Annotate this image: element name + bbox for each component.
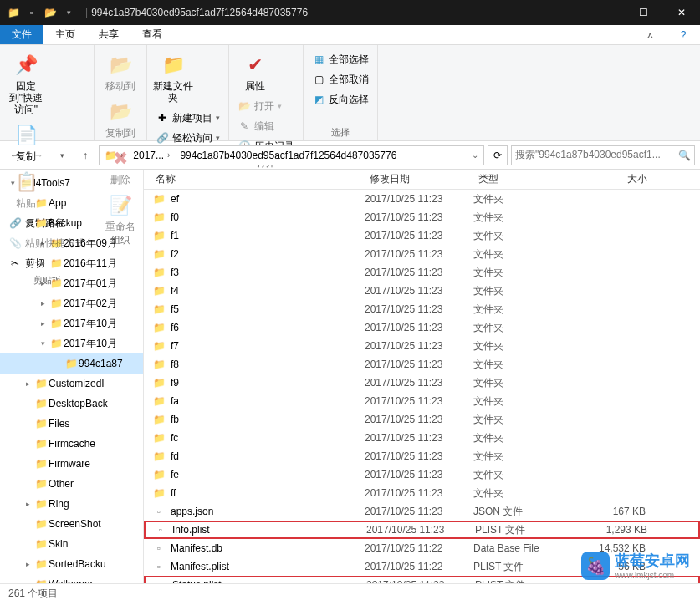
select-none-button[interactable]: ▢全部取消 (309, 70, 372, 89)
file-row[interactable]: 📁f52017/10/25 11:23文件夹 (144, 300, 700, 318)
invert-selection-button[interactable]: ◩反向选择 (309, 90, 372, 109)
tree-twisty-icon[interactable]: ▸ (37, 299, 49, 308)
qat-open-icon[interactable]: 📂 (43, 6, 57, 19)
file-row[interactable]: ▫apps.json2017/10/25 11:23JSON 文件167 KB (144, 502, 700, 521)
col-size[interactable]: 大小 (569, 172, 652, 186)
file-row[interactable]: 📁f02017/10/25 11:23文件夹 (144, 208, 700, 226)
tree-twisty-icon[interactable]: ▸ (22, 379, 33, 388)
file-row[interactable]: 📁f62017/10/25 11:23文件夹 (144, 318, 700, 337)
paste-shortcut-button[interactable]: 📎粘贴快捷方式 (5, 234, 89, 252)
col-type[interactable]: 类型 (473, 172, 569, 186)
file-row[interactable]: 📁f92017/10/25 11:23文件夹 (144, 374, 700, 392)
pin-button[interactable]: 📌固定到"快速访问" (5, 48, 47, 115)
minimize-button[interactable]: ─ (587, 0, 625, 25)
tree-item[interactable]: 📁Skin (0, 534, 143, 554)
copy-to-button[interactable]: 📂复制到 (100, 95, 141, 139)
file-row[interactable]: 📁fc2017/10/25 11:23文件夹 (144, 429, 700, 447)
paste-button[interactable]: 📋粘贴 (5, 165, 47, 209)
file-row[interactable]: 📁fb2017/10/25 11:23文件夹 (144, 410, 700, 429)
file-row[interactable]: 📁f32017/10/25 11:23文件夹 (144, 263, 700, 282)
file-row[interactable]: 📁ff2017/10/25 11:23文件夹 (144, 484, 700, 502)
tree-twisty-icon[interactable]: ▾ (22, 219, 33, 227)
tab-view[interactable]: 查看 (130, 25, 174, 44)
new-item-button[interactable]: ✚新建项目▾ (152, 109, 223, 127)
file-row[interactable]: 📁f72017/10/25 11:23文件夹 (144, 337, 700, 355)
tree-item[interactable]: 📁Other (0, 474, 143, 494)
move-to-button[interactable]: 📂移动到 (100, 48, 141, 92)
copyto-icon: 📂 (107, 99, 134, 125)
properties-button[interactable]: ✔属性 (234, 48, 276, 92)
column-header[interactable]: 名称 修改日期 类型 大小 (144, 170, 700, 190)
tab-file[interactable]: 文件 (0, 25, 43, 44)
folder-icon: 📁 (49, 338, 64, 349)
tree-item[interactable]: ▸📁2016年11月 (0, 253, 143, 273)
file-row[interactable]: 📁fd2017/10/25 11:23文件夹 (144, 447, 700, 465)
tree-item[interactable]: ▸📁2017年02月 (0, 293, 143, 313)
file-date: 2017/10/25 11:23 (365, 322, 473, 333)
tree-item[interactable]: 📁Firmcache (0, 434, 143, 454)
file-row[interactable]: 📁f42017/10/25 11:23文件夹 (144, 282, 700, 300)
tree-twisty-icon[interactable]: ▸ (37, 279, 49, 287)
select-all-button[interactable]: ▦全部选择 (309, 50, 372, 69)
tree-twisty-icon[interactable]: ▸ (37, 319, 49, 328)
file-row[interactable]: 📁f22017/10/25 11:23文件夹 (144, 245, 700, 263)
tree-item[interactable]: 📁Wallpaper (0, 574, 143, 583)
open-button[interactable]: 📂打开▾ (234, 97, 298, 115)
help-button[interactable]: ? (667, 25, 700, 44)
tab-share[interactable]: 共享 (87, 25, 130, 44)
edit-button[interactable]: ✎编辑 (234, 117, 298, 135)
folder-icon: 📁 (49, 277, 64, 289)
breadcrumb-seg[interactable]: 994c1a87b4030ed95acf1ad7f12564d487035776 (180, 150, 396, 161)
new-folder-button[interactable]: 📁新建文件夹 (152, 48, 194, 104)
tree-item[interactable]: 📁Firmware (0, 454, 143, 474)
file-date: 2017/10/25 11:23 (365, 395, 473, 407)
col-name[interactable]: 名称 (144, 172, 365, 186)
file-row[interactable]: 📁ef2017/10/25 11:23文件夹 (144, 190, 700, 208)
tree-twisty-icon[interactable]: ▸ (22, 500, 33, 508)
search-input[interactable]: 搜索"994c1a87b4030ed95acf1... 🔍 (511, 145, 695, 165)
rename-button[interactable]: 📝重命名 (100, 189, 141, 232)
up-button[interactable]: ↑ (75, 145, 95, 165)
close-button[interactable]: ✕ (662, 0, 700, 25)
tree-label: DesktopBack (49, 398, 108, 409)
status-bar: 261 个项目 (0, 583, 700, 603)
file-row[interactable]: 📁fe2017/10/25 11:23文件夹 (144, 465, 700, 484)
tree-item[interactable]: 📁ScreenShot (0, 514, 143, 534)
file-row[interactable]: 📁f12017/10/25 11:23文件夹 (144, 226, 700, 245)
file-list[interactable]: 📁ef2017/10/25 11:23文件夹📁f02017/10/25 11:2… (144, 190, 700, 583)
maximize-button[interactable]: ☐ (625, 0, 662, 25)
tree-item[interactable]: ▸📁SortedBacku (0, 554, 143, 574)
tree-item[interactable]: ▸📁Ring (0, 494, 143, 514)
file-name: Manifest.plist (171, 561, 229, 572)
tree-item[interactable]: ▸📁CustomizedI (0, 374, 143, 394)
tree-label: Ring (49, 498, 69, 510)
folder-icon: 📁 (33, 418, 49, 430)
tab-home[interactable]: 主页 (43, 25, 87, 44)
file-row[interactable]: 📁f82017/10/25 11:23文件夹 (144, 355, 700, 374)
tree-item[interactable]: ▸📁2017年10月 (0, 313, 143, 333)
file-row[interactable]: 📁fa2017/10/25 11:23文件夹 (144, 392, 700, 410)
delete-button[interactable]: ✖删除 (100, 142, 141, 186)
refresh-button[interactable]: ⟳ (488, 145, 508, 165)
tree-twisty-icon[interactable]: ▸ (22, 560, 33, 568)
qat-dropdown-icon[interactable]: ▾ (62, 6, 75, 19)
col-date[interactable]: 修改日期 (365, 172, 473, 186)
tree-item[interactable]: 📁994c1a87 (0, 353, 143, 374)
tree-item[interactable]: 📁Files (0, 414, 143, 434)
recent-locations-button[interactable]: ▾ (52, 145, 72, 165)
address-bar[interactable]: 📁› 2017...› 994c1a87b4030ed95acf1ad7f125… (99, 145, 484, 165)
tree-item[interactable]: ▾📁2017年10月 (0, 333, 143, 353)
tree-item[interactable]: ▸📁2017年01月 (0, 273, 143, 293)
file-type: 文件夹 (473, 376, 569, 390)
tree-twisty-icon[interactable]: ▾ (37, 339, 49, 348)
back-button[interactable]: ← (5, 145, 25, 165)
file-type: 文件夹 (473, 468, 569, 482)
tree-label: Backup (49, 217, 82, 229)
ribbon-collapse-button[interactable]: ⋏ (633, 25, 667, 44)
file-row[interactable]: ▫Info.plist2017/10/25 11:23PLIST 文件1,293… (144, 521, 700, 539)
tree-label: Firmware (49, 458, 90, 470)
tree-item[interactable]: 📁DesktopBack (0, 394, 143, 414)
tree-twisty-icon[interactable]: ▸ (37, 259, 49, 267)
chevron-down-icon[interactable]: ⌄ (472, 150, 478, 160)
forward-button[interactable]: → (28, 145, 49, 165)
